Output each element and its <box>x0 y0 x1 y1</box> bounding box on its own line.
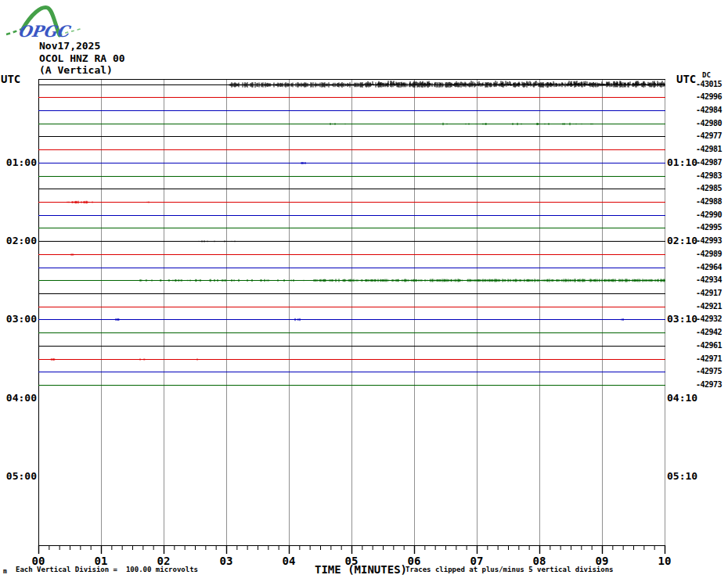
dc-value-00:30: -42980 <box>696 120 722 128</box>
x-tick-07: 07 <box>465 555 488 566</box>
footer-scale-note: Each Vertical Division = 100.00 microvol… <box>16 566 198 573</box>
hour-label-right-03:10: 03:10 <box>667 314 697 324</box>
hour-label-left-04:00: 04:00 <box>2 393 37 403</box>
dc-value-00:40: -42977 <box>696 132 722 140</box>
x-tick-04: 04 <box>277 555 301 566</box>
dc-value-00:10: -42996 <box>696 93 722 101</box>
hour-label-left-05:00: 05:00 <box>2 471 37 481</box>
dc-value-03:00: -42932 <box>696 315 722 323</box>
dc-value-03:20: -42961 <box>696 342 722 350</box>
dc-value-02:30: -42934 <box>696 276 722 284</box>
dc-value-00:20: -42984 <box>696 106 722 114</box>
trace-noise-02:10 <box>71 253 74 255</box>
dc-value-02:00: -42993 <box>696 237 722 245</box>
x-tick-00: 00 <box>27 555 50 566</box>
hour-label-left-03:00: 03:00 <box>2 314 37 324</box>
dc-value-03:50: -42973 <box>696 381 722 389</box>
x-tick-08: 08 <box>528 555 551 566</box>
hour-label-right-01:10: 01:10 <box>667 157 697 167</box>
dc-value-01:50: -42995 <box>696 224 722 232</box>
dc-value-01:00: -42987 <box>696 159 722 167</box>
dc-value-00:00: -43015 <box>696 81 722 88</box>
x-tick-10: 10 <box>653 555 676 566</box>
webicorder-page: OPGC Nov17,2025 OCOL HNZ RA 00 (A Vertic… <box>0 0 728 582</box>
hour-label-left-01:00: 01:00 <box>2 157 37 167</box>
footer-clip-note: Traces clipped at plus/minus 5 vertical … <box>405 566 614 573</box>
dc-value-03:40: -42975 <box>696 368 722 375</box>
helicorder-plot <box>0 0 728 582</box>
trace-noise-00:00 <box>229 81 665 88</box>
x-axis-title: TIME (MINUTES) <box>315 564 407 575</box>
dc-value-01:40: -42990 <box>696 211 722 219</box>
hour-label-right-05:10: 05:10 <box>667 471 697 481</box>
dc-value-02:20: -42964 <box>696 264 722 271</box>
dc-value-03:10: -42942 <box>696 329 722 336</box>
hour-label-right-02:10: 02:10 <box>667 235 697 246</box>
dc-value-02:40: -42917 <box>696 289 722 297</box>
corner-glyph: m <box>3 569 7 575</box>
x-tick-02: 02 <box>152 555 175 566</box>
hour-label-left-02:00: 02:00 <box>2 235 37 246</box>
x-tick-03: 03 <box>214 555 238 566</box>
dc-value-02:50: -42921 <box>696 303 722 311</box>
dc-value-01:30: -42988 <box>696 198 722 206</box>
hour-label-right-04:10: 04:10 <box>667 393 697 403</box>
dc-value-03:30: -42971 <box>696 355 722 363</box>
x-tick-09: 09 <box>590 555 614 566</box>
dc-value-00:50: -42981 <box>696 146 722 153</box>
dc-value-01:10: -42983 <box>696 172 722 180</box>
dc-value-01:20: -42985 <box>696 185 722 192</box>
x-tick-01: 01 <box>89 555 113 566</box>
dc-value-02:10: -42989 <box>696 250 722 258</box>
